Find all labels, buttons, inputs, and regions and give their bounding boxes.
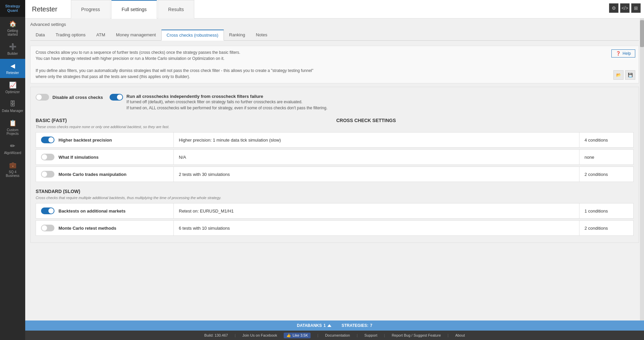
desc-line5: where only the strategies that pass all … xyxy=(36,74,634,80)
sidebar-item-sq4-business[interactable]: 💼 SQ 4 Business xyxy=(0,158,25,181)
sidebar-item-optimizer[interactable]: 📈 Optimizer xyxy=(0,78,25,97)
inner-tab-money-management[interactable]: Money management xyxy=(111,30,161,40)
sidebar-item-algowizard[interactable]: ✏ AlgoWizard xyxy=(0,139,25,158)
standard-section: STANDARD (SLOW) Cross checks that requir… xyxy=(36,189,634,236)
higher-precision-conditions: 4 conditions xyxy=(579,133,633,147)
help-question-icon: ❓ xyxy=(616,51,621,56)
databanks-label: DATABANKS xyxy=(297,323,322,328)
inner-tab-data[interactable]: Data xyxy=(30,30,50,40)
sidebar: StrategyQuant 🏠 Getting started ➕ Builde… xyxy=(0,0,25,340)
settings-icon[interactable]: ⚙ xyxy=(609,3,618,13)
sidebar-label-getting-started: Getting started xyxy=(2,29,24,36)
disable-all-label: Disable all cross checks xyxy=(52,95,103,100)
run-independent-label: Run all crosschecks independently from c… xyxy=(126,94,327,99)
monte-carlo-trades-toggle[interactable] xyxy=(41,171,54,178)
sidebar-label-builder: Builder xyxy=(7,52,18,55)
clipboard-icon: 📋 xyxy=(9,119,16,127)
folder-icon-btn[interactable]: 📂 xyxy=(613,70,623,80)
databanks-status: DATABANKS 1 xyxy=(297,323,331,328)
tab-progress[interactable]: Progress xyxy=(71,0,111,18)
backtests-additional-conditions: 1 conditions xyxy=(579,203,633,218)
header: Retester Progress Full settings Results xyxy=(25,0,644,18)
status-bar: DATABANKS 1 STRATEGIES: 7 xyxy=(25,320,644,331)
strategies-label: STRATEGIES: xyxy=(341,323,368,328)
inner-tab-cross-checks[interactable]: Cross checks (robustness) xyxy=(161,30,224,41)
basic-section-header: BASIC (FAST) CROSS CHECK SETTINGS xyxy=(36,118,634,123)
higher-precision-label: Higher backtest precision xyxy=(58,138,112,143)
strategies-status: STRATEGIES: 7 xyxy=(341,323,372,328)
what-if-desc: N/A xyxy=(174,150,579,164)
main-tab-group: Progress Full settings Results xyxy=(71,0,195,18)
grid-icon[interactable]: ⊞ xyxy=(631,3,641,13)
check-row-monte-carlo-retest: Monte Carlo retest methods 6 tests with … xyxy=(36,220,634,236)
sidebar-item-builder[interactable]: ➕ Builder xyxy=(0,40,25,59)
higher-precision-desc: Higher precision: 1 minute data tick sim… xyxy=(174,133,579,147)
standard-section-subtitle: Cross checks that require multiple addit… xyxy=(36,196,634,200)
tab-results[interactable]: Results xyxy=(158,0,194,18)
home-icon: 🏠 xyxy=(9,20,16,28)
save-icon-btn[interactable]: 💾 xyxy=(625,70,635,80)
basic-section-title: BASIC (FAST) xyxy=(36,118,333,123)
main-content: Retester Progress Full settings Results … xyxy=(25,0,644,340)
page-title: Retester xyxy=(32,5,57,13)
content-area: Advanced settings Data Trading options A… xyxy=(25,18,644,320)
sidebar-label-optimizer: Optimizer xyxy=(5,90,20,94)
inner-tab-trading-options[interactable]: Trading options xyxy=(50,30,91,40)
help-button[interactable]: ❓ Help xyxy=(611,49,635,58)
higher-precision-cell: Higher backtest precision xyxy=(36,133,174,147)
check-row-higher-precision: Higher backtest precision Higher precisi… xyxy=(36,132,634,148)
monte-carlo-retest-toggle[interactable] xyxy=(41,225,54,231)
what-if-conditions: none xyxy=(579,150,633,164)
help-label: Help xyxy=(622,51,631,56)
sidebar-label-algowizard: AlgoWizard xyxy=(4,151,21,155)
run-independent-toggle[interactable] xyxy=(110,94,123,101)
sidebar-label-custom-projects: Custom Projects xyxy=(2,128,24,136)
monte-carlo-trades-label: Monte Carlo trades manipulation xyxy=(58,172,126,177)
monte-carlo-retest-desc: 6 tests with 10 simulations xyxy=(174,221,579,235)
sidebar-item-custom-projects[interactable]: 📋 Custom Projects xyxy=(0,116,25,139)
plus-icon: ➕ xyxy=(9,43,16,50)
standard-section-title: STANDARD (SLOW) xyxy=(36,189,634,194)
desc-line4: If you define also filters, you can auto… xyxy=(36,68,634,74)
support-link[interactable]: Support xyxy=(364,333,377,337)
inner-tab-atm[interactable]: ATM xyxy=(91,30,111,40)
backtests-additional-cell: Backtests on additional markets xyxy=(36,203,174,218)
sidebar-item-getting-started[interactable]: 🏠 Getting started xyxy=(0,17,25,40)
monte-carlo-retest-conditions: 2 conditions xyxy=(579,221,633,235)
desc-line2: You can have strategy retested with high… xyxy=(36,55,634,62)
chart-icon: 📈 xyxy=(9,81,16,89)
monte-carlo-trades-desc: 2 tests with 30 simulations xyxy=(174,167,579,182)
disable-all-toggle[interactable] xyxy=(36,94,49,101)
strategies-value: 7 xyxy=(370,323,372,328)
inner-tab-ranking[interactable]: Ranking xyxy=(224,30,251,40)
like-button[interactable]: 👍 Like 3.5K xyxy=(284,333,311,338)
sidebar-item-retester[interactable]: ◀ Retester xyxy=(0,59,25,78)
what-if-label: What If simulations xyxy=(58,155,98,160)
cross-checks-panel: Disable all cross checks Run all crossch… xyxy=(30,87,639,243)
monte-carlo-retest-cell: Monte Carlo retest methods xyxy=(36,221,174,235)
scrollbar-thumb[interactable] xyxy=(640,20,644,47)
documentation-link[interactable]: Documentation xyxy=(325,333,350,337)
backtests-additional-desc: Retest on: EURUSD_M1/H1 xyxy=(174,203,579,218)
inner-tab-notes[interactable]: Notes xyxy=(250,30,273,40)
like-count: Like 3.5K xyxy=(292,333,308,337)
sidebar-label-data-manager: Data Manager xyxy=(2,109,23,113)
footer: Build: 130.467 | Join Us on Facebook 👍 L… xyxy=(25,331,644,340)
backtests-additional-toggle[interactable] xyxy=(41,207,54,214)
about-link[interactable]: About xyxy=(455,333,465,337)
basic-section-subtitle: These cross checks require none or only … xyxy=(36,125,634,129)
join-facebook: Join Us on Facebook xyxy=(242,333,277,337)
sidebar-item-data-manager[interactable]: 🗄 Data Manager xyxy=(0,97,25,116)
report-bug-link[interactable]: Report Bug / Suggest Feature xyxy=(392,333,441,337)
what-if-toggle[interactable] xyxy=(41,154,54,160)
tab-full-settings[interactable]: Full settings xyxy=(111,0,157,19)
briefcase-icon: 💼 xyxy=(9,161,16,169)
logo-text: StrategyQuant xyxy=(5,4,20,12)
database-icon: 🗄 xyxy=(10,101,16,108)
higher-precision-toggle[interactable] xyxy=(41,137,54,143)
code-icon[interactable]: </> xyxy=(620,3,630,13)
scrollbar[interactable] xyxy=(640,18,644,320)
run-independent-text: Run all crosschecks independently from c… xyxy=(126,94,327,111)
backtests-additional-label: Backtests on additional markets xyxy=(58,209,125,214)
disable-all-toggle-group: Disable all cross checks xyxy=(36,94,103,101)
